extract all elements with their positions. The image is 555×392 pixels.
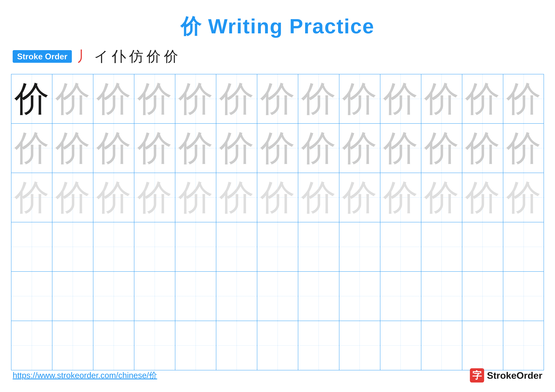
stroke-order-row: Stroke Order 丿 イ 仆 仿 价 价 (0, 47, 555, 66)
footer: https://www.strokeorder.com/chinese/价 字 … (13, 368, 542, 383)
stroke-order-badge: Stroke Order (13, 50, 72, 63)
grid-cell-3-12[interactable]: 价 (462, 173, 503, 222)
grid-cell-3-5[interactable]: 价 (175, 173, 216, 222)
grid-cell-2-13[interactable]: 价 (503, 124, 544, 173)
logo-text: StrokeOrder (487, 370, 542, 381)
grid-cell-6-11[interactable] (421, 321, 462, 370)
grid-cell-2-9[interactable]: 价 (339, 124, 380, 173)
grid-cell-3-9[interactable]: 价 (339, 173, 380, 222)
grid-cell-3-11[interactable]: 价 (421, 173, 462, 222)
grid-cell-5-9[interactable] (339, 272, 380, 321)
grid-cell-3-2[interactable]: 价 (52, 173, 93, 222)
grid-cell-6-9[interactable] (339, 321, 380, 370)
stroke-step-5: 价 (146, 47, 161, 66)
grid-cell-3-13[interactable]: 价 (503, 173, 544, 222)
grid-cell-5-8[interactable] (298, 272, 339, 321)
grid-cell-1-2[interactable]: 价 (52, 74, 93, 123)
grid-cell-1-5[interactable]: 价 (175, 74, 216, 123)
title-area: 价 Writing Practice (0, 0, 555, 41)
stroke-step-6: 价 (164, 47, 178, 66)
grid-cell-6-4[interactable] (134, 321, 175, 370)
grid-cell-6-10[interactable] (380, 321, 421, 370)
grid-cell-4-3[interactable] (93, 222, 134, 271)
grid-cell-4-1[interactable] (11, 222, 52, 271)
grid-cell-6-2[interactable] (52, 321, 93, 370)
grid-cell-6-1[interactable] (11, 321, 52, 370)
grid-cell-5-12[interactable] (462, 272, 503, 321)
grid-row-3: 价 价 价 价 价 价 价 价 价 价 价 价 价 (11, 173, 544, 222)
grid-cell-1-6[interactable]: 价 (216, 74, 257, 123)
grid-cell-6-5[interactable] (175, 321, 216, 370)
grid-cell-5-5[interactable] (175, 272, 216, 321)
grid-cell-4-6[interactable] (216, 222, 257, 271)
grid-cell-4-13[interactable] (503, 222, 544, 271)
grid-cell-4-7[interactable] (257, 222, 298, 271)
grid-cell-1-8[interactable]: 价 (298, 74, 339, 123)
grid-row-5 (11, 272, 544, 321)
stroke-steps: 丿 イ 仆 仿 价 价 (77, 47, 178, 66)
grid-cell-2-11[interactable]: 价 (421, 124, 462, 173)
grid-cell-1-3[interactable]: 价 (93, 74, 134, 123)
grid-cell-3-4[interactable]: 价 (134, 173, 175, 222)
grid-cell-5-1[interactable] (11, 272, 52, 321)
grid-cell-6-13[interactable] (503, 321, 544, 370)
grid-cell-2-5[interactable]: 价 (175, 124, 216, 173)
grid-cell-4-8[interactable] (298, 222, 339, 271)
grid-cell-3-3[interactable]: 价 (93, 173, 134, 222)
grid-cell-5-11[interactable] (421, 272, 462, 321)
grid-cell-2-6[interactable]: 价 (216, 124, 257, 173)
stroke-step-3: 仆 (112, 47, 126, 66)
grid-cell-1-1[interactable]: 价 (11, 74, 52, 123)
grid-cell-2-2[interactable]: 价 (52, 124, 93, 173)
grid-cell-4-9[interactable] (339, 222, 380, 271)
grid-cell-3-8[interactable]: 价 (298, 173, 339, 222)
stroke-step-2: イ (94, 47, 109, 66)
stroke-step-1: 丿 (77, 47, 91, 66)
footer-logo: 字 StrokeOrder (470, 368, 542, 383)
grid-cell-2-7[interactable]: 价 (257, 124, 298, 173)
page-title: 价 Writing Practice (181, 15, 374, 38)
grid-cell-1-13[interactable]: 价 (503, 74, 544, 123)
grid-cell-5-13[interactable] (503, 272, 544, 321)
grid-cell-6-8[interactable] (298, 321, 339, 370)
grid-cell-1-7[interactable]: 价 (257, 74, 298, 123)
grid-cell-6-7[interactable] (257, 321, 298, 370)
grid-cell-4-5[interactable] (175, 222, 216, 271)
grid-cell-1-9[interactable]: 价 (339, 74, 380, 123)
grid-cell-4-4[interactable] (134, 222, 175, 271)
grid-cell-5-6[interactable] (216, 272, 257, 321)
practice-grid: 价 价 价 价 价 价 价 价 价 价 价 价 价 价 价 价 价 价 价 价 … (11, 74, 544, 370)
footer-url[interactable]: https://www.strokeorder.com/chinese/价 (13, 370, 157, 381)
grid-row-6 (11, 321, 544, 370)
grid-cell-6-3[interactable] (93, 321, 134, 370)
grid-cell-3-1[interactable]: 价 (11, 173, 52, 222)
grid-cell-3-10[interactable]: 价 (380, 173, 421, 222)
grid-cell-5-7[interactable] (257, 272, 298, 321)
grid-cell-5-10[interactable] (380, 272, 421, 321)
grid-cell-3-7[interactable]: 价 (257, 173, 298, 222)
grid-cell-1-4[interactable]: 价 (134, 74, 175, 123)
grid-cell-1-11[interactable]: 价 (421, 74, 462, 123)
grid-cell-4-2[interactable] (52, 222, 93, 271)
grid-cell-4-11[interactable] (421, 222, 462, 271)
grid-cell-4-10[interactable] (380, 222, 421, 271)
grid-cell-1-12[interactable]: 价 (462, 74, 503, 123)
grid-cell-2-12[interactable]: 价 (462, 124, 503, 173)
grid-cell-2-10[interactable]: 价 (380, 124, 421, 173)
grid-cell-6-12[interactable] (462, 321, 503, 370)
grid-cell-5-3[interactable] (93, 272, 134, 321)
grid-cell-5-2[interactable] (52, 272, 93, 321)
grid-cell-2-1[interactable]: 价 (11, 124, 52, 173)
grid-cell-2-8[interactable]: 价 (298, 124, 339, 173)
grid-cell-3-6[interactable]: 价 (216, 173, 257, 222)
grid-cell-5-4[interactable] (134, 272, 175, 321)
grid-cell-4-12[interactable] (462, 222, 503, 271)
grid-cell-2-4[interactable]: 价 (134, 124, 175, 173)
grid-cell-2-3[interactable]: 价 (93, 124, 134, 173)
stroke-step-4: 仿 (129, 47, 143, 66)
strokeorder-logo-icon: 字 (470, 368, 484, 383)
grid-cell-1-10[interactable]: 价 (380, 74, 421, 123)
grid-row-2: 价 价 价 价 价 价 价 价 价 价 价 价 价 (11, 124, 544, 173)
grid-cell-6-6[interactable] (216, 321, 257, 370)
grid-row-4 (11, 222, 544, 272)
